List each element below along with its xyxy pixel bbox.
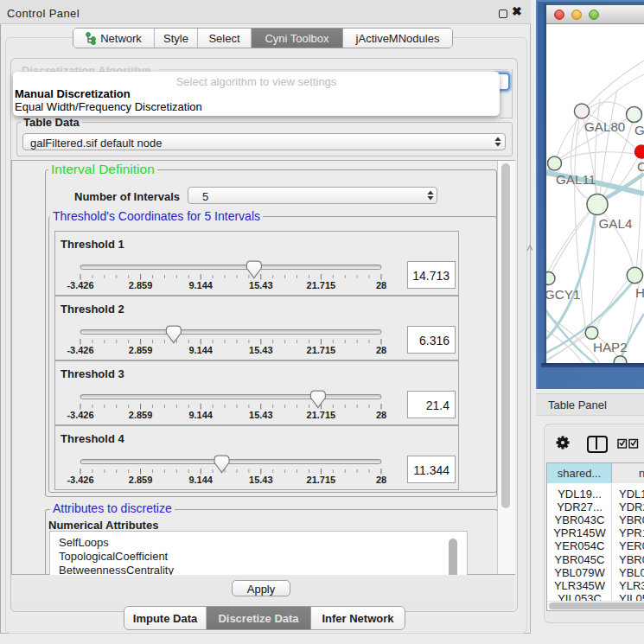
- svg-text:28: 28: [376, 345, 386, 355]
- svg-text:2.859: 2.859: [129, 345, 153, 355]
- svg-text:15.43: 15.43: [249, 345, 273, 355]
- svg-text:-3.426: -3.426: [67, 475, 93, 485]
- svg-text:C: C: [637, 159, 644, 174]
- svg-text:21.715: 21.715: [307, 345, 336, 355]
- svg-text:GCY1: GCY1: [546, 287, 580, 302]
- svg-text:2.859: 2.859: [129, 475, 153, 485]
- svg-text:GAL11: GAL11: [556, 172, 596, 187]
- svg-text:2.859: 2.859: [129, 410, 153, 420]
- svg-text:9.144: 9.144: [188, 475, 213, 485]
- svg-text:GA: GA: [634, 123, 644, 137]
- svg-text:21.715: 21.715: [307, 410, 336, 420]
- svg-text:H: H: [635, 285, 644, 300]
- svg-text:28: 28: [376, 475, 386, 485]
- svg-text:-3.426: -3.426: [67, 345, 93, 355]
- svg-text:-3.426: -3.426: [67, 280, 93, 290]
- svg-text:9.144: 9.144: [188, 410, 213, 420]
- svg-text:-3.426: -3.426: [67, 410, 93, 420]
- svg-text:15.43: 15.43: [249, 475, 273, 485]
- svg-text:9.144: 9.144: [188, 280, 213, 290]
- svg-text:21.715: 21.715: [307, 475, 336, 485]
- svg-text:GAL4: GAL4: [599, 216, 633, 231]
- svg-text:HAP2: HAP2: [593, 340, 628, 354]
- svg-text:15.43: 15.43: [249, 280, 273, 290]
- svg-text:9.144: 9.144: [188, 345, 213, 355]
- svg-text:21.715: 21.715: [307, 280, 336, 290]
- svg-text:15.43: 15.43: [249, 410, 273, 420]
- svg-text:28: 28: [376, 410, 386, 420]
- svg-text:2.859: 2.859: [129, 280, 153, 290]
- svg-text:GAL80: GAL80: [584, 119, 625, 134]
- svg-text:28: 28: [376, 280, 386, 290]
